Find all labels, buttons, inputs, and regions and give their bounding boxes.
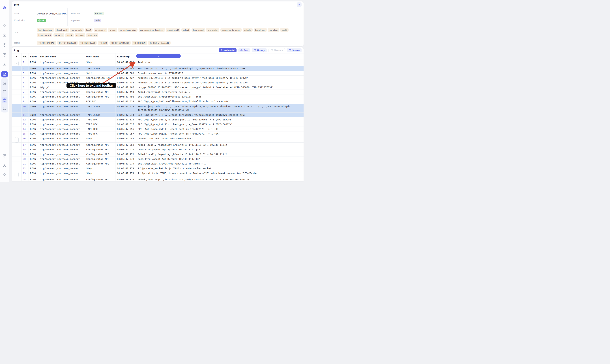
row-number[interactable]: 13 [22, 122, 28, 127]
ool-tag[interactable]: defaults [243, 28, 253, 32]
row-number[interactable]: 12 [22, 117, 28, 122]
row-number[interactable]: 6 [22, 85, 28, 90]
row-level: RING [28, 161, 39, 166]
row-number[interactable]: 18 [22, 147, 28, 152]
row-level: INFO [28, 66, 39, 71]
row-number[interactable]: 16 [22, 136, 28, 143]
user-profile-icon[interactable] [2, 164, 6, 168]
expander-cell [12, 122, 22, 127]
row-number[interactable]: 4 [22, 76, 28, 80]
open-link-icon [254, 49, 256, 52]
row-number[interactable]: 14 [22, 127, 28, 131]
dashboard-grid-icon[interactable] [2, 24, 6, 27]
collapse-row-button[interactable]: – [15, 61, 19, 66]
info-card: Info Start October 24 2023, 00:29 UTC Co… [12, 1, 304, 46]
row-entity-name: tcp/connect_shutdown_connect [39, 166, 85, 171]
ool-tag[interactable]: iomux_no_fast [37, 33, 52, 37]
important-chip[interactable]: durin [94, 19, 101, 22]
play-circle-icon[interactable] [2, 33, 6, 37]
log-table-header-row: + No. Level Entity Name User Name Timest… [12, 53, 304, 60]
download-button[interactable] [297, 2, 302, 7]
row-number[interactable]: 3 [22, 71, 28, 76]
open-link-icon [240, 49, 243, 52]
ool-tag[interactable]: mcast_send2 [166, 28, 180, 32]
ool-tag[interactable]: branch_ssn [254, 28, 267, 32]
ool-tag[interactable]: bond4 [65, 33, 74, 37]
row-number[interactable]: 1 [22, 60, 28, 66]
ool-tag[interactable]: urg_allow [268, 28, 279, 32]
run-button[interactable]: Run [238, 48, 250, 52]
row-number[interactable]: 23 [22, 171, 28, 177]
ool-tag[interactable]: loop_onload [191, 28, 205, 32]
ool-tag[interactable]: default_ppoll [55, 28, 69, 32]
ool-tag[interactable]: zc_reg_huge_align [118, 28, 137, 32]
details-tag[interactable]: TR: !AIO [98, 41, 108, 45]
row-number[interactable]: 19 [22, 152, 28, 157]
expander-cell [12, 104, 22, 113]
log-row: 9RINGtcp/connect_shutdown_connectRCF RPC… [12, 99, 304, 104]
details-tag[interactable]: TR: TCP_SUBPART [57, 41, 78, 45]
expander-cell [12, 99, 22, 104]
ool-tag[interactable]: no_rx_ts [54, 33, 64, 37]
collapse-row-button[interactable]: – [15, 137, 19, 143]
row-number[interactable]: 8 [22, 94, 28, 99]
row-number[interactable]: 5 [22, 80, 28, 85]
row-log-message: Committed /agent:Agt_B/route:10.149.110.… [136, 157, 304, 161]
expand-toolbar-button[interactable] [136, 54, 181, 58]
bar-chart-icon[interactable] [2, 62, 6, 66]
panel-left-icon[interactable] [2, 88, 6, 96]
details-tag[interactable]: TR: !BROKEN [132, 41, 147, 45]
ool-tag[interactable]: one_cluster [206, 28, 219, 32]
expand-all-header[interactable]: + [12, 53, 22, 60]
row-number[interactable]: 11 [22, 113, 28, 117]
history-button[interactable]: History [252, 48, 267, 52]
ool-tag[interactable]: onload [181, 28, 190, 32]
ool-tag[interactable]: af_xdp [108, 28, 117, 32]
row-user-name: Configurator API [85, 177, 115, 182]
row-number[interactable]: 9 [22, 99, 28, 104]
ool-tag[interactable]: cplane_log_to_kernel [220, 28, 242, 32]
row-number[interactable]: 2 [22, 66, 28, 71]
row-log-message: Set jump point ../../../sapi-ts/sockapi-… [136, 113, 304, 117]
row-number[interactable]: 20 [22, 157, 28, 161]
ool-tag[interactable]: oo_single_if [94, 28, 107, 32]
edit-pencil-icon[interactable] [2, 154, 6, 158]
row-number[interactable]: 7 [22, 90, 28, 94]
log-document-icon-active[interactable] [1, 71, 8, 78]
source-button[interactable]: Source [287, 48, 302, 52]
idea-bulb-icon[interactable] [2, 173, 6, 177]
row-user-name: Configurator API [85, 157, 115, 161]
row-log-message: Set /agent:Agt_C/sys:/net:/ipv4:/ip_forw… [136, 161, 304, 166]
row-timestamp: 04:05:47.383 [115, 66, 136, 71]
row-entity-name: tcp/connect_shutdown_connect [39, 143, 85, 147]
ool-tag[interactable]: fds_mt_safe [70, 28, 83, 32]
details-tag[interactable]: TR: !IP6_ONLOAD [37, 41, 56, 45]
row-number[interactable]: 22 [22, 166, 28, 171]
row-level: RING [28, 171, 39, 177]
panel-left-split-icon[interactable] [2, 79, 6, 88]
experimental-button[interactable]: Experimental [219, 48, 237, 52]
history-clock-icon[interactable] [2, 43, 6, 47]
details-tag[interactable]: TR: !SF_BLACKLIST [109, 41, 131, 45]
collapse-row-button[interactable]: – [15, 172, 19, 177]
logo-double-chevron-icon[interactable] [2, 5, 7, 10]
ool-tag[interactable]: epoll2 [280, 28, 289, 32]
panel-top-icon-selected[interactable] [2, 96, 7, 104]
row-number[interactable]: 10 [22, 104, 28, 113]
row-log-message: Added locally /agent:Agt_B/route:10.149.… [136, 152, 304, 157]
panel-frame-icon[interactable] [2, 104, 6, 113]
row-number[interactable]: 15 [22, 131, 28, 136]
row-number[interactable]: 17 [22, 143, 28, 147]
ool-tag[interactable]: udp_connect_no_handover [139, 28, 165, 32]
ool-tag[interactable]: reuse_pco [86, 33, 98, 37]
row-log-message: Added locally /agent:Agt_A/route:10.149.… [136, 143, 304, 147]
row-number[interactable]: 21 [22, 161, 28, 166]
ool-tag[interactable]: high_throughput [37, 28, 54, 32]
pie-chart-icon[interactable] [2, 53, 6, 57]
details-tag[interactable]: TR: !MULTICAST [79, 41, 97, 45]
ool-tag[interactable]: loop4 [85, 28, 93, 32]
ool-tag[interactable]: macvlan [75, 33, 85, 37]
row-number[interactable]: 24 [22, 177, 28, 182]
branch-chip[interactable]: V5: ssn [94, 12, 104, 15]
details-tag[interactable]: TS_SET: ip4_testing11 [148, 41, 171, 45]
